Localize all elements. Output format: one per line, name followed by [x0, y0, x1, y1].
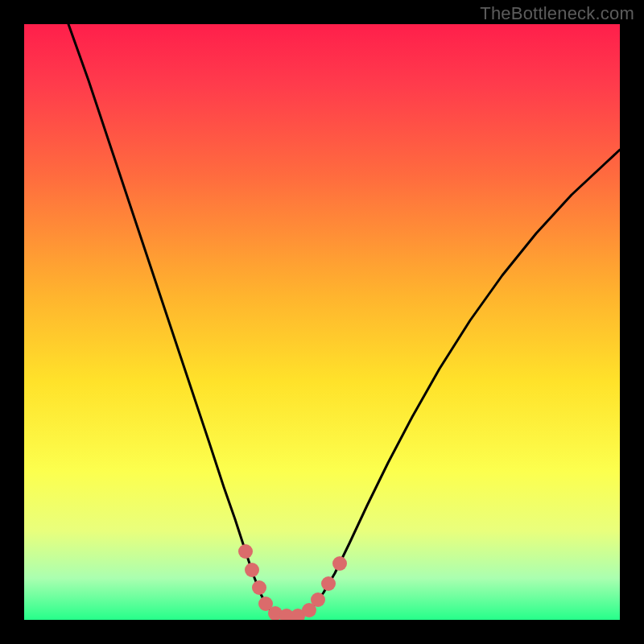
bottleneck-curve-chart [24, 24, 620, 620]
plot-area [24, 24, 620, 620]
curve-marker [245, 563, 259, 577]
watermark-text: TheBottleneck.com [480, 3, 634, 24]
curve-marker [238, 544, 253, 559]
curve-marker [332, 556, 347, 571]
curve-marker [311, 592, 325, 607]
curve-marker [321, 576, 336, 591]
chart-frame: TheBottleneck.com [0, 0, 644, 644]
gradient-background [24, 24, 620, 620]
curve-marker [252, 580, 266, 595]
